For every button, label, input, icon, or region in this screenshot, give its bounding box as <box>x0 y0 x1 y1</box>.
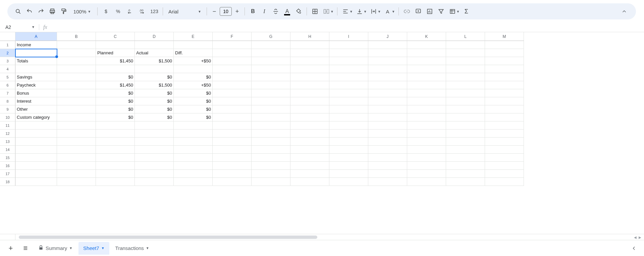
cell-H18[interactable] <box>290 178 329 186</box>
cell-B6[interactable] <box>57 81 96 89</box>
cell-C3[interactable]: $1,450 <box>96 57 135 65</box>
cell-A13[interactable] <box>15 138 57 146</box>
row-header-15[interactable]: 15 <box>0 154 15 162</box>
cell-K2[interactable] <box>407 49 446 57</box>
cell-H6[interactable] <box>290 81 329 89</box>
zoom-dropdown[interactable]: 100% ▼ <box>70 6 94 17</box>
horizontal-scrollbar[interactable]: ◀ ▶ <box>0 234 644 240</box>
row-header-10[interactable]: 10 <box>0 113 15 121</box>
cell-F12[interactable] <box>213 130 252 138</box>
cell-J12[interactable] <box>368 130 407 138</box>
cell-I17[interactable] <box>329 170 368 178</box>
cell-G12[interactable] <box>252 130 290 138</box>
cell-H1[interactable] <box>290 41 329 49</box>
cell-A1[interactable]: Income <box>15 41 57 49</box>
row-header-14[interactable]: 14 <box>0 146 15 154</box>
cell-G3[interactable] <box>252 57 290 65</box>
cell-L2[interactable] <box>446 49 485 57</box>
cell-I4[interactable] <box>329 65 368 73</box>
cell-D14[interactable] <box>135 146 174 154</box>
insert-link-button[interactable] <box>402 6 412 17</box>
cell-C12[interactable] <box>96 130 135 138</box>
cell-K18[interactable] <box>407 178 446 186</box>
cell-D8[interactable]: $0 <box>135 97 174 105</box>
column-header-D[interactable]: D <box>135 32 174 41</box>
cell-J9[interactable] <box>368 105 407 113</box>
cell-B12[interactable] <box>57 130 96 138</box>
cell-A6[interactable]: Paycheck <box>15 81 57 89</box>
cell-D12[interactable] <box>135 130 174 138</box>
insert-chart-button[interactable] <box>425 6 434 17</box>
cell-E9[interactable]: $0 <box>174 105 213 113</box>
cell-D5[interactable]: $0 <box>135 73 174 81</box>
cell-I15[interactable] <box>329 154 368 162</box>
cell-G9[interactable] <box>252 105 290 113</box>
font-size-input[interactable] <box>220 7 232 16</box>
row-header-8[interactable]: 8 <box>0 97 15 105</box>
cell-H12[interactable] <box>290 130 329 138</box>
cell-H7[interactable] <box>290 89 329 97</box>
select-all-corner[interactable] <box>0 32 15 41</box>
column-header-B[interactable]: B <box>57 32 96 41</box>
cell-F8[interactable] <box>213 97 252 105</box>
cell-E13[interactable] <box>174 138 213 146</box>
cell-I13[interactable] <box>329 138 368 146</box>
cell-E3[interactable]: +$50 <box>174 57 213 65</box>
cell-M1[interactable] <box>485 41 524 49</box>
cell-K1[interactable] <box>407 41 446 49</box>
cell-B14[interactable] <box>57 146 96 154</box>
paint-format-button[interactable] <box>59 6 68 17</box>
chevron-down-icon[interactable]: ▼ <box>146 246 149 250</box>
merge-cells-button[interactable]: ▼ <box>322 6 334 17</box>
cell-A12[interactable] <box>15 130 57 138</box>
cell-E7[interactable]: $0 <box>174 89 213 97</box>
row-header-9[interactable]: 9 <box>0 105 15 113</box>
cell-G8[interactable] <box>252 97 290 105</box>
cell-F18[interactable] <box>213 178 252 186</box>
cell-C4[interactable] <box>96 65 135 73</box>
cell-A18[interactable] <box>15 178 57 186</box>
cell-K8[interactable] <box>407 97 446 105</box>
cell-A2[interactable] <box>15 49 57 57</box>
cell-F14[interactable] <box>213 146 252 154</box>
cell-K9[interactable] <box>407 105 446 113</box>
cell-D3[interactable]: $1,500 <box>135 57 174 65</box>
column-header-G[interactable]: G <box>252 32 290 41</box>
cell-H8[interactable] <box>290 97 329 105</box>
name-box[interactable]: A2 ▼ <box>3 22 37 32</box>
cell-E12[interactable] <box>174 130 213 138</box>
cell-J6[interactable] <box>368 81 407 89</box>
cell-B10[interactable] <box>57 113 96 121</box>
cell-K10[interactable] <box>407 113 446 121</box>
format-currency-button[interactable]: $ <box>101 6 111 17</box>
cell-G17[interactable] <box>252 170 290 178</box>
decrease-decimal-button[interactable]: .0 <box>125 6 135 17</box>
cell-K13[interactable] <box>407 138 446 146</box>
bold-button[interactable]: B <box>248 6 258 17</box>
text-color-button[interactable]: A <box>282 6 292 17</box>
scroll-left-button[interactable]: ◀ <box>633 236 637 239</box>
cell-J2[interactable] <box>368 49 407 57</box>
cell-L6[interactable] <box>446 81 485 89</box>
cell-D17[interactable] <box>135 170 174 178</box>
cell-E6[interactable]: +$50 <box>174 81 213 89</box>
font-family-dropdown[interactable]: Arial ▼ <box>166 6 203 16</box>
cell-J15[interactable] <box>368 154 407 162</box>
cell-L8[interactable] <box>446 97 485 105</box>
chevron-down-icon[interactable]: ▼ <box>101 246 105 250</box>
cell-E16[interactable] <box>174 162 213 170</box>
font-size-increase-button[interactable]: + <box>233 6 241 16</box>
column-header-I[interactable]: I <box>329 32 368 41</box>
cell-C5[interactable]: $0 <box>96 73 135 81</box>
cell-J4[interactable] <box>368 65 407 73</box>
cell-H16[interactable] <box>290 162 329 170</box>
cell-H17[interactable] <box>290 170 329 178</box>
cell-E15[interactable] <box>174 154 213 162</box>
cell-M4[interactable] <box>485 65 524 73</box>
cell-J11[interactable] <box>368 121 407 130</box>
text-wrap-button[interactable]: ▼ <box>369 6 381 17</box>
cell-L11[interactable] <box>446 121 485 130</box>
cell-C10[interactable]: $0 <box>96 113 135 121</box>
cell-M2[interactable] <box>485 49 524 57</box>
cell-M18[interactable] <box>485 178 524 186</box>
